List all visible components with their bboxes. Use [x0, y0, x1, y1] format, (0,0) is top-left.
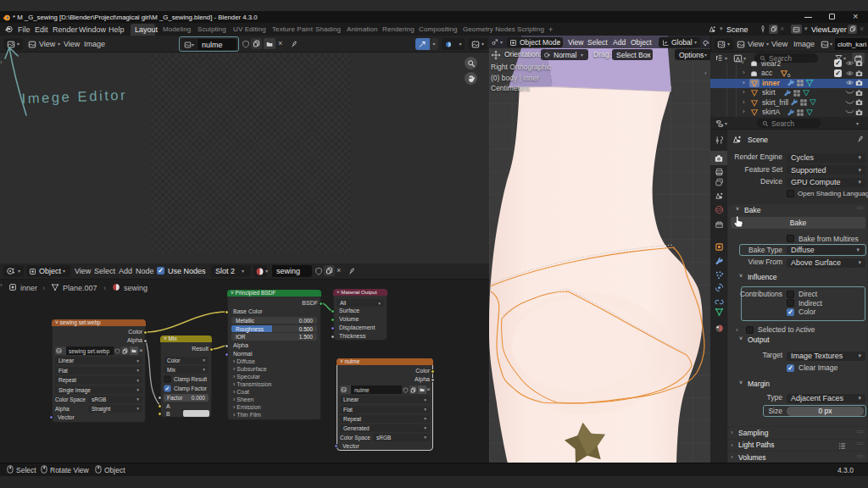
svg-text:Imege Editor: Imege Editor: [21, 87, 127, 106]
